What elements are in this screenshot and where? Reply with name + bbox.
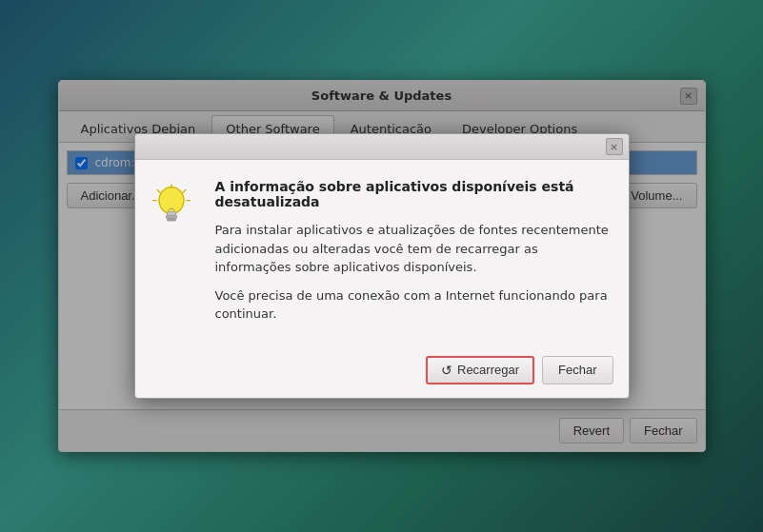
main-window: Software & Updates × Aplicativos Debian … xyxy=(58,80,706,452)
svg-line-2 xyxy=(157,190,160,193)
dialog-titlebar: × xyxy=(135,134,629,160)
dialog-title: A informação sobre aplicativos disponíve… xyxy=(215,179,610,209)
dialog-desc2: Você precisa de uma conexão com a Intern… xyxy=(215,286,610,324)
dialog-body: A informação sobre aplicativos disponíve… xyxy=(135,160,629,348)
info-dialog: × xyxy=(134,133,630,399)
svg-rect-8 xyxy=(167,218,175,221)
dialog-text: A informação sobre aplicativos disponíve… xyxy=(215,179,610,333)
dialog-desc1: Para instalar aplicativos e atualizações… xyxy=(215,221,610,277)
reload-icon: ↺ xyxy=(441,363,452,378)
svg-rect-6 xyxy=(167,212,175,216)
bulb-icon-container xyxy=(151,179,200,228)
svg-point-0 xyxy=(159,187,184,214)
dialog-overlay: www.blogopcaolinux.com.br × xyxy=(59,81,705,451)
reload-label: Recarregar xyxy=(457,363,519,377)
svg-line-3 xyxy=(183,190,186,193)
dialog-close-button[interactable]: Fechar xyxy=(542,356,612,384)
dialog-close-title-button[interactable]: × xyxy=(606,138,623,155)
reload-button[interactable]: ↺ Recarregar xyxy=(426,356,534,384)
dialog-footer: ↺ Recarregar Fechar xyxy=(135,348,629,398)
bulb-icon xyxy=(151,183,192,232)
